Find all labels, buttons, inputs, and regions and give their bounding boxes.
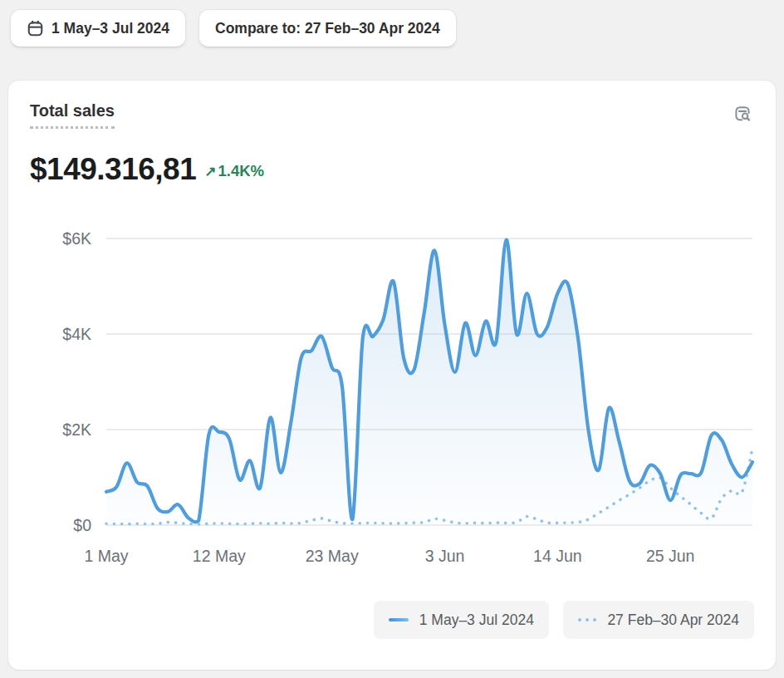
date-filter-toolbar: 1 May–3 Jul 2024 Compare to: 27 Feb–30 A… bbox=[0, 0, 784, 47]
total-sales-card: Total sales $149.316,81 ↗ 1.4K% $0$2K$4K… bbox=[8, 81, 776, 670]
metric-row: $149.316,81 ↗ 1.4K% bbox=[30, 150, 754, 189]
change-badge: ↗ 1.4K% bbox=[204, 162, 264, 180]
svg-text:12 May: 12 May bbox=[193, 547, 246, 565]
compare-to-label: Compare to: 27 Feb–30 Apr 2024 bbox=[215, 20, 440, 37]
date-range-label: 1 May–3 Jul 2024 bbox=[51, 20, 169, 37]
svg-text:14 Jun: 14 Jun bbox=[533, 547, 582, 565]
legend-label-current: 1 May–3 Jul 2024 bbox=[419, 612, 534, 629]
svg-text:1 May: 1 May bbox=[84, 547, 128, 565]
trend-up-icon: ↗ bbox=[204, 163, 216, 180]
compare-to-button[interactable]: Compare to: 27 Feb–30 Apr 2024 bbox=[198, 9, 457, 47]
legend-item-comparison-period[interactable]: 27 Feb–30 Apr 2024 bbox=[563, 601, 754, 639]
total-sales-value: $149.316,81 bbox=[30, 152, 196, 187]
svg-text:$0: $0 bbox=[73, 516, 91, 534]
legend-item-current-period[interactable]: 1 May–3 Jul 2024 bbox=[374, 601, 549, 639]
change-percent: 1.4K% bbox=[218, 162, 265, 180]
card-title[interactable]: Total sales bbox=[30, 101, 115, 129]
svg-text:23 May: 23 May bbox=[306, 547, 359, 565]
svg-text:$6K: $6K bbox=[62, 229, 91, 248]
explore-data-button[interactable] bbox=[731, 102, 754, 125]
calendar-icon bbox=[27, 20, 44, 37]
date-range-button[interactable]: 1 May–3 Jul 2024 bbox=[10, 9, 186, 47]
chart-legend: 1 May–3 Jul 2024 27 Feb–30 Apr 2024 bbox=[30, 601, 754, 639]
card-header: Total sales bbox=[30, 101, 754, 129]
dotted-line-swatch bbox=[578, 618, 597, 622]
legend-label-comparison: 27 Feb–30 Apr 2024 bbox=[607, 612, 739, 629]
svg-text:3 Jun: 3 Jun bbox=[425, 547, 465, 565]
svg-text:25 Jun: 25 Jun bbox=[646, 547, 695, 565]
svg-text:$2K: $2K bbox=[62, 420, 91, 439]
sales-line-chart[interactable]: $0$2K$4K$6K1 May12 May23 May3 Jun14 Jun2… bbox=[30, 209, 754, 574]
solid-line-swatch bbox=[389, 618, 409, 622]
svg-text:$4K: $4K bbox=[62, 325, 91, 343]
report-search-icon bbox=[733, 114, 752, 126]
sales-chart-svg: $0$2K$4K$6K1 May12 May23 May3 Jun14 Jun2… bbox=[30, 209, 754, 574]
